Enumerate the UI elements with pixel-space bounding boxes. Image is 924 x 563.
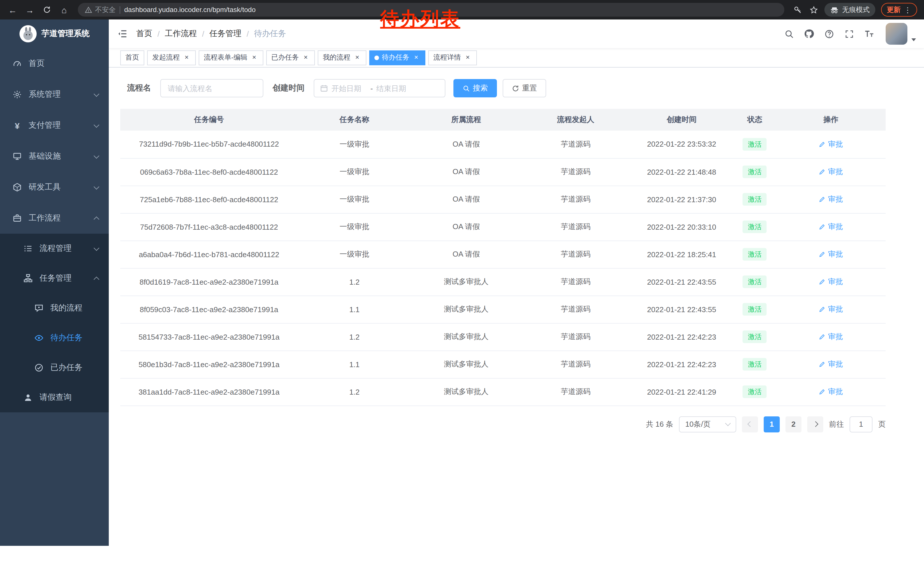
cell-create-time: 2022-01-21 22:41:29	[630, 378, 734, 405]
home-button[interactable]: ⌂	[56, 2, 72, 18]
sidebar-item-leave-query[interactable]: 请假查询	[0, 383, 109, 412]
dashboard-icon	[13, 59, 22, 68]
browser-menu-icon[interactable]: ⋮	[904, 6, 911, 14]
cell-starter: 芋道源码	[521, 378, 630, 405]
cell-task-name: 一级审批	[298, 131, 411, 158]
tag-close-icon[interactable]: ×	[353, 54, 361, 62]
approve-button[interactable]: 审批	[819, 194, 843, 204]
date-range-picker[interactable]: -	[314, 79, 446, 98]
fullscreen-icon	[844, 29, 854, 39]
approve-button[interactable]: 审批	[819, 277, 843, 287]
sidebar-item-payment[interactable]: ¥ 支付管理	[0, 110, 109, 141]
sidebar-item-infra[interactable]: 基础设施	[0, 141, 109, 172]
edit-icon	[819, 251, 826, 258]
cell-starter: 芋道源码	[521, 350, 630, 378]
approve-button[interactable]: 审批	[819, 359, 843, 369]
back-button[interactable]: ←	[4, 2, 21, 18]
sidebar-item-done-tasks[interactable]: 已办任务	[0, 353, 109, 383]
search-icon	[463, 84, 470, 92]
docs-help-button[interactable]	[821, 25, 837, 42]
sidebar-item-todo-tasks[interactable]: 待办任务	[0, 323, 109, 353]
filter-form: 流程名 创建时间 - 搜索 重置	[120, 79, 886, 98]
cell-status: 激活	[734, 378, 776, 405]
start-date-input[interactable]	[332, 84, 367, 93]
edit-icon	[819, 306, 826, 313]
tag-close-icon[interactable]: ×	[250, 54, 258, 62]
prev-page-button[interactable]	[742, 416, 758, 432]
sidebar-toggle-button[interactable]	[109, 29, 136, 39]
approve-button[interactable]: 审批	[819, 387, 843, 397]
approve-button[interactable]: 审批	[819, 249, 843, 260]
process-name-input[interactable]	[160, 79, 263, 98]
cell-task-id: 069c6a63-7b8a-11ec-8ef0-acde48001122	[120, 158, 298, 186]
tag-my-process[interactable]: 我的流程×	[318, 50, 366, 65]
reload-button[interactable]	[39, 2, 55, 18]
tag-done-tasks[interactable]: 已办任务×	[266, 50, 315, 65]
workflow-submenu: 流程管理 任务管理 我的流程 待办任务 已办任务 请假	[0, 234, 109, 412]
tag-home[interactable]: 首页	[120, 50, 144, 65]
tag-close-icon[interactable]: ×	[302, 54, 310, 62]
tag-close-icon[interactable]: ×	[183, 54, 190, 62]
tag-process-detail[interactable]: 流程详情×	[428, 50, 477, 65]
approve-label: 审批	[828, 167, 843, 177]
fullscreen-button[interactable]	[841, 25, 857, 42]
user-avatar[interactable]	[886, 23, 908, 45]
tag-close-icon[interactable]: ×	[464, 54, 472, 62]
sidebar-item-devtools[interactable]: 研发工具	[0, 172, 109, 203]
cell-action: 审批	[776, 378, 886, 405]
sidebar-item-workflow[interactable]: 工作流程	[0, 203, 109, 234]
cell-create-time: 2022-01-21 22:42:23	[630, 350, 734, 378]
forward-button[interactable]: →	[22, 2, 38, 18]
page-content: 流程名 创建时间 - 搜索 重置	[109, 68, 924, 444]
search-button[interactable]: 搜索	[453, 79, 497, 98]
approve-button[interactable]: 审批	[819, 304, 843, 314]
cell-status: 激活	[734, 296, 776, 323]
tag-start-process[interactable]: 发起流程×	[147, 50, 196, 65]
password-key-button[interactable]	[790, 2, 805, 17]
reset-button[interactable]: 重置	[502, 79, 546, 98]
approve-button[interactable]: 审批	[819, 139, 843, 150]
col-process: 所属流程	[411, 109, 521, 131]
page-button-1[interactable]: 1	[764, 416, 780, 432]
end-date-input[interactable]	[376, 84, 412, 93]
list-icon	[24, 244, 33, 253]
tag-todo-tasks[interactable]: 待办任务×	[369, 50, 425, 65]
browser-update-button[interactable]: 更新 ⋮	[881, 3, 917, 17]
cell-starter: 芋道源码	[521, 323, 630, 350]
font-size-button[interactable]	[861, 25, 877, 42]
approve-button[interactable]: 审批	[819, 222, 843, 232]
address-bar[interactable]: 不安全 dashboard.yudao.iocoder.cn/bpm/task/…	[78, 3, 784, 17]
approve-button[interactable]: 审批	[819, 332, 843, 342]
cell-process: OA 请假	[411, 186, 521, 213]
github-button[interactable]	[801, 25, 817, 42]
avatar-caret-icon[interactable]	[911, 38, 916, 41]
page-button-2[interactable]: 2	[786, 416, 801, 432]
table-row: 069c6a63-7b8a-11ec-8ef0-acde48001122一级审批…	[120, 158, 886, 186]
approve-button[interactable]: 审批	[819, 167, 843, 177]
tag-form-edit[interactable]: 流程表单-编辑×	[199, 50, 263, 65]
breadcrumb-workflow[interactable]: 工作流程	[165, 29, 197, 39]
breadcrumb: 首页 / 工作流程 / 任务管理 / 待办任务	[136, 29, 286, 39]
breadcrumb-home[interactable]: 首页	[136, 29, 152, 39]
sidebar-item-task-mgmt[interactable]: 任务管理	[0, 263, 109, 293]
cell-status: 激活	[734, 158, 776, 186]
update-label: 更新	[887, 5, 900, 15]
cell-starter: 芋道源码	[521, 158, 630, 186]
header-search-button[interactable]	[781, 25, 797, 42]
security-warning[interactable]: 不安全	[85, 5, 116, 15]
sidebar-item-process-mgmt[interactable]: 流程管理	[0, 234, 109, 263]
cell-task-name: 1.2	[298, 323, 411, 350]
sidebar-item-my-process[interactable]: 我的流程	[0, 293, 109, 323]
gear-icon	[13, 90, 22, 99]
app-logo[interactable]: 芋道管理系统	[0, 20, 109, 48]
page-size-select[interactable]: 10条/页	[679, 416, 736, 432]
sidebar-item-system[interactable]: 系统管理	[0, 79, 109, 110]
breadcrumb-task-mgmt[interactable]: 任务管理	[210, 29, 242, 39]
goto-page-input[interactable]	[850, 416, 873, 432]
next-page-button[interactable]	[807, 416, 823, 432]
sidebar-item-home[interactable]: 首页	[0, 48, 109, 79]
main-area: 首页 / 工作流程 / 任务管理 / 待办任务 首页 发起流程× 流程表单-编	[109, 20, 924, 546]
cell-action: 审批	[776, 158, 886, 186]
tag-close-icon[interactable]: ×	[412, 54, 420, 62]
bookmark-button[interactable]	[806, 2, 821, 17]
